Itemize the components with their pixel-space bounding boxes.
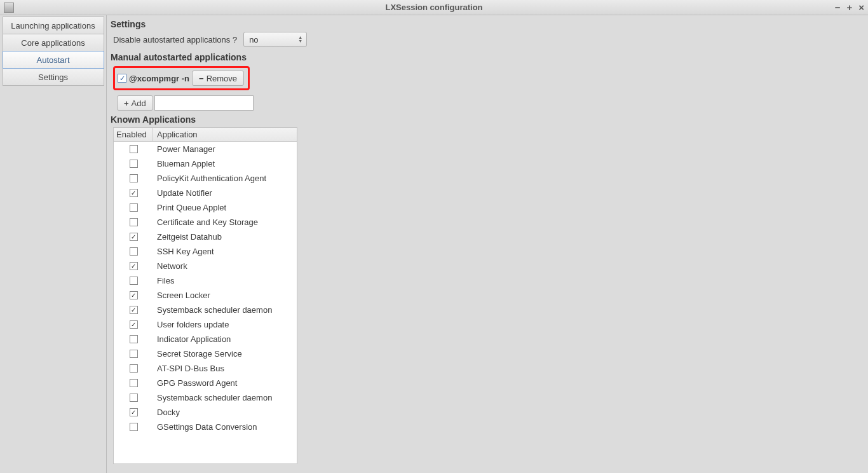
cell-enabled xyxy=(114,160,153,168)
table-row[interactable]: ✓Systemback scheduler daemon xyxy=(114,303,297,317)
cell-enabled xyxy=(114,174,153,182)
enabled-checkbox[interactable] xyxy=(130,394,138,402)
table-row[interactable]: Systemback scheduler daemon xyxy=(114,390,297,405)
remove-button[interactable]: − Remove xyxy=(192,71,244,86)
enabled-checkbox[interactable] xyxy=(130,277,138,285)
sidebar-item-autostart[interactable]: Autostart xyxy=(3,51,104,69)
add-row: + Add xyxy=(117,95,868,111)
enabled-checkbox[interactable] xyxy=(130,218,138,226)
window-title: LXSession configuration xyxy=(0,3,868,12)
table-row[interactable]: Files xyxy=(114,273,297,288)
window-body: Launching applicationsCore applicationsA… xyxy=(0,15,868,473)
sidebar-item-core-applications[interactable]: Core applications xyxy=(3,34,104,51)
enabled-checkbox[interactable]: ✓ xyxy=(130,320,138,329)
manual-entry-checkbox[interactable]: ✓ xyxy=(118,74,126,83)
enabled-checkbox[interactable] xyxy=(130,174,138,182)
table-row[interactable]: PolicyKit Authentication Agent xyxy=(114,171,297,186)
cell-application: User folders update xyxy=(153,320,297,329)
cell-enabled xyxy=(114,277,153,285)
remove-label: Remove xyxy=(207,74,237,83)
cell-enabled xyxy=(114,423,153,431)
cell-enabled: ✓ xyxy=(114,233,153,241)
enabled-checkbox[interactable] xyxy=(130,203,138,212)
cell-application: Print Queue Applet xyxy=(153,203,297,212)
enabled-checkbox[interactable] xyxy=(130,335,138,343)
cell-enabled xyxy=(114,350,153,358)
cell-enabled xyxy=(114,218,153,226)
cell-application: Docky xyxy=(153,408,297,417)
col-enabled[interactable]: Enabled xyxy=(114,128,153,141)
disable-autostart-combo[interactable]: no ▲▼ xyxy=(243,32,307,47)
table-row[interactable]: ✓Screen Locker xyxy=(114,288,297,303)
table-row[interactable]: Power Manager xyxy=(114,142,297,156)
table-row[interactable]: ✓Update Notifier xyxy=(114,186,297,200)
table-row[interactable]: Secret Storage Service xyxy=(114,346,297,361)
disable-value: no xyxy=(249,35,258,45)
enabled-checkbox[interactable] xyxy=(130,364,138,373)
table-row[interactable]: ✓Docky xyxy=(114,405,297,420)
cell-application: Files xyxy=(153,276,297,285)
known-heading: Known Applications xyxy=(111,114,868,125)
enabled-checkbox[interactable]: ✓ xyxy=(130,262,138,270)
table-body: Power ManagerBlueman AppletPolicyKit Aut… xyxy=(114,142,297,434)
cell-application: PolicyKit Authentication Agent xyxy=(153,174,297,183)
cell-application: GSettings Data Conversion xyxy=(153,422,297,432)
col-application[interactable]: Application xyxy=(153,130,297,139)
app-icon xyxy=(4,3,14,13)
enabled-checkbox[interactable] xyxy=(130,247,138,256)
table-row[interactable]: Blueman Applet xyxy=(114,156,297,171)
table-header: Enabled Application xyxy=(114,128,297,142)
cell-enabled xyxy=(114,247,153,256)
cell-application: Certificate and Key Storage xyxy=(153,217,297,227)
cell-application: Indicator Application xyxy=(153,334,297,344)
cell-enabled: ✓ xyxy=(114,262,153,270)
cell-enabled: ✓ xyxy=(114,189,153,197)
enabled-checkbox[interactable]: ✓ xyxy=(130,189,138,197)
add-input[interactable] xyxy=(154,95,254,111)
enabled-checkbox[interactable]: ✓ xyxy=(130,306,138,314)
sidebar-item-launching-applications[interactable]: Launching applications xyxy=(3,17,104,34)
cell-application: Systemback scheduler daemon xyxy=(153,393,297,402)
plus-icon: + xyxy=(124,99,129,108)
cell-application: Secret Storage Service xyxy=(153,349,297,359)
enabled-checkbox[interactable] xyxy=(130,145,138,153)
enabled-checkbox[interactable]: ✓ xyxy=(130,408,138,416)
cell-application: Update Notifier xyxy=(153,188,297,198)
table-row[interactable]: ✓User folders update xyxy=(114,317,297,332)
titlebar[interactable]: LXSession configuration − + × xyxy=(0,0,868,15)
table-row[interactable]: SSH Key Agent xyxy=(114,244,297,259)
enabled-checkbox[interactable] xyxy=(130,379,138,387)
table-row[interactable]: Certificate and Key Storage xyxy=(114,215,297,230)
settings-heading: Settings xyxy=(111,19,868,29)
cell-application: Zeitgeist Datahub xyxy=(153,232,297,242)
enabled-checkbox[interactable] xyxy=(130,423,138,431)
cell-enabled xyxy=(114,379,153,387)
table-row[interactable]: GSettings Data Conversion xyxy=(114,420,297,434)
cell-enabled xyxy=(114,335,153,343)
cell-enabled: ✓ xyxy=(114,306,153,314)
minimize-icon[interactable]: − xyxy=(835,2,841,13)
cell-application: Screen Locker xyxy=(153,291,297,300)
enabled-checkbox[interactable] xyxy=(130,160,138,168)
cell-application: AT-SPI D-Bus Bus xyxy=(153,364,297,373)
window: LXSession configuration − + × Launching … xyxy=(0,0,868,473)
table-row[interactable]: Print Queue Applet xyxy=(114,200,297,215)
table-row[interactable]: ✓Zeitgeist Datahub xyxy=(114,230,297,244)
enabled-checkbox[interactable]: ✓ xyxy=(130,291,138,299)
cell-enabled: ✓ xyxy=(114,291,153,299)
sidebar: Launching applicationsCore applicationsA… xyxy=(0,15,107,473)
table-row[interactable]: ✓Network xyxy=(114,259,297,273)
table-row[interactable]: AT-SPI D-Bus Bus xyxy=(114,361,297,376)
table-row[interactable]: Indicator Application xyxy=(114,332,297,346)
sidebar-item-settings[interactable]: Settings xyxy=(3,68,104,86)
add-button[interactable]: + Add xyxy=(117,95,153,111)
cell-application: SSH Key Agent xyxy=(153,247,297,256)
close-icon[interactable]: × xyxy=(858,2,864,13)
add-label: Add xyxy=(132,99,146,108)
enabled-checkbox[interactable] xyxy=(130,350,138,358)
maximize-icon[interactable]: + xyxy=(846,2,852,13)
cell-application: Blueman Applet xyxy=(153,159,297,168)
cell-enabled xyxy=(114,203,153,212)
table-row[interactable]: GPG Password Agent xyxy=(114,376,297,390)
enabled-checkbox[interactable]: ✓ xyxy=(130,233,138,241)
